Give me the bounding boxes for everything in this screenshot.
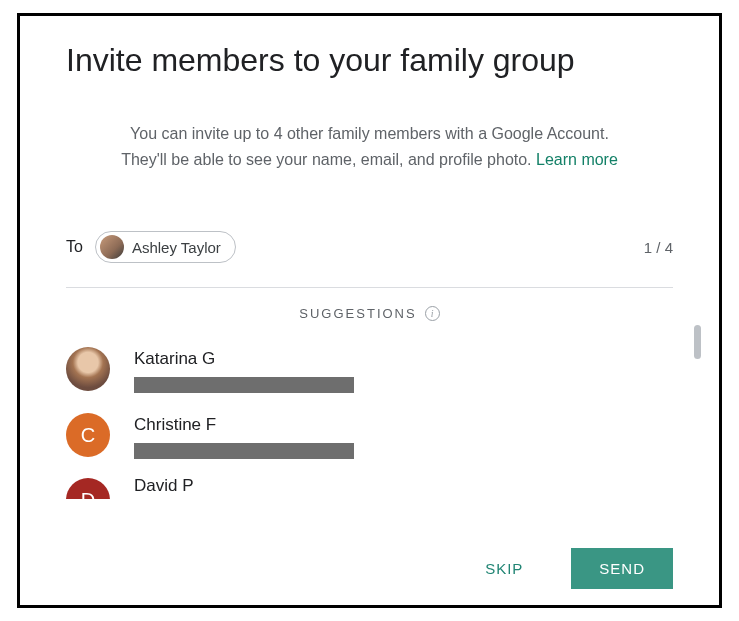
- divider: [66, 287, 673, 288]
- redacted-email: [134, 443, 354, 459]
- avatar-icon: C: [66, 413, 110, 457]
- redacted-email: [134, 377, 354, 393]
- dialog-content: Invite members to your family group You …: [20, 16, 719, 499]
- info-icon[interactable]: i: [425, 306, 440, 321]
- suggestion-row[interactable]: D David P: [66, 469, 673, 499]
- suggestion-name: Katarina G: [134, 349, 673, 369]
- suggestion-body: Katarina G: [134, 347, 673, 393]
- suggestions-header: SUGGESTIONS i: [66, 306, 673, 321]
- suggestions-label: SUGGESTIONS: [299, 306, 416, 321]
- action-bar: SKIP SEND: [477, 548, 673, 589]
- to-label: To: [66, 238, 83, 256]
- recipient-chip-name: Ashley Taylor: [132, 239, 221, 256]
- suggestions-list: Katarina G C Christine F D David P: [66, 337, 673, 499]
- recipient-row: To Ashley Taylor 1 / 4: [66, 231, 673, 263]
- avatar-icon: D: [66, 478, 110, 499]
- suggestion-body: David P: [134, 474, 673, 496]
- recipient-chip[interactable]: Ashley Taylor: [95, 231, 236, 263]
- dialog-frame: Invite members to your family group You …: [17, 13, 722, 608]
- subtitle-block: You can invite up to 4 other family memb…: [66, 121, 673, 173]
- recipient-counter: 1 / 4: [644, 239, 673, 256]
- avatar-icon: [100, 235, 124, 259]
- suggestion-name: David P: [134, 476, 673, 496]
- scrollbar-thumb[interactable]: [694, 325, 701, 359]
- learn-more-link[interactable]: Learn more: [536, 151, 618, 168]
- skip-button[interactable]: SKIP: [477, 550, 531, 587]
- page-title: Invite members to your family group: [66, 42, 673, 79]
- avatar-icon: [66, 347, 110, 391]
- send-button[interactable]: SEND: [571, 548, 673, 589]
- suggestion-row[interactable]: Katarina G: [66, 337, 673, 403]
- suggestion-name: Christine F: [134, 415, 673, 435]
- suggestion-row[interactable]: C Christine F: [66, 403, 673, 469]
- suggestion-body: Christine F: [134, 413, 673, 459]
